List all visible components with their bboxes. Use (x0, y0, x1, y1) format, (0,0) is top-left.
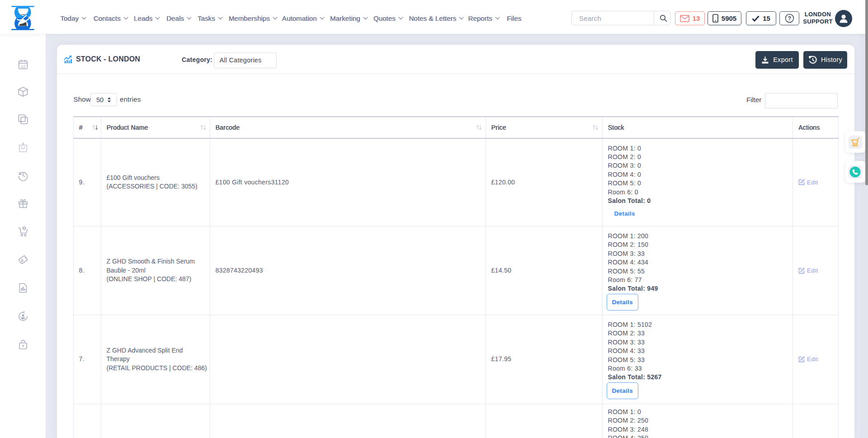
svg-text:$: $ (21, 258, 24, 263)
svg-text:12: 12 (21, 64, 25, 69)
svg-text:?: ? (788, 15, 791, 22)
